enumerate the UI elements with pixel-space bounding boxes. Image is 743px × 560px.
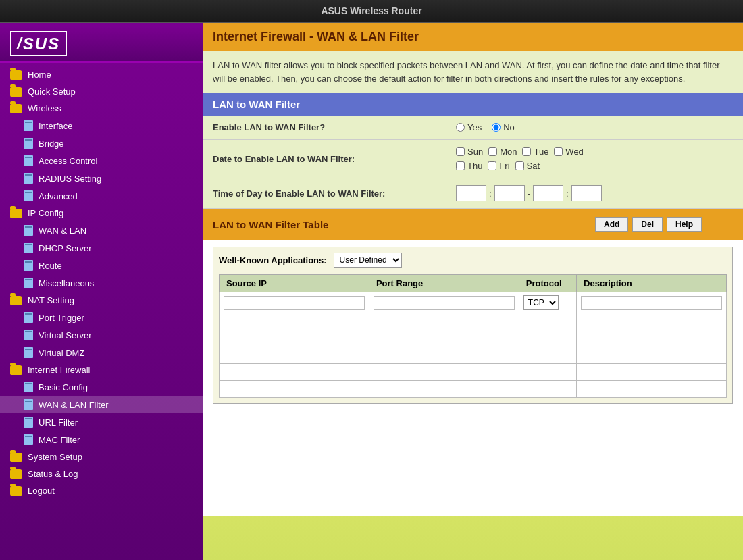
description-input[interactable] [581, 296, 722, 310]
col-description: Description [577, 275, 727, 292]
well-known-row: Well-Known Applications: User Defined HT… [219, 253, 727, 268]
doc-icon [24, 347, 33, 358]
lan-wan-filter-table: Enable LAN to WAN Filter? Yes No [203, 116, 743, 209]
port-range-input[interactable] [374, 296, 515, 310]
enable-filter-controls: Yes No [446, 116, 743, 140]
day-sun[interactable]: Sun [456, 147, 483, 157]
date-filter-controls: Sun Mon Tue Wed Thu Fri Sat [446, 140, 743, 178]
sidebar-item-radius-setting[interactable]: RADIUS Setting [0, 170, 203, 187]
sidebar-item-miscellaneous[interactable]: Miscellaneous [0, 274, 203, 292]
sidebar-item-label: RADIUS Setting [39, 174, 101, 184]
doc-icon [24, 382, 33, 392]
sidebar-item-bridge[interactable]: Bridge [0, 134, 203, 152]
lan-wan-section-title: LAN to WAN Filter [203, 93, 743, 116]
sidebar-item-port-trigger[interactable]: Port Trigger [0, 309, 203, 326]
sidebar-item-label: Internet Firewall [28, 365, 90, 375]
header-spacer [706, 214, 733, 234]
time-end-min[interactable] [571, 185, 602, 201]
folder-icon [10, 453, 22, 462]
top-bar-title: ASUS Wireless Router [321, 5, 421, 16]
sidebar: /SUSHomeQuick SetupWirelessInterfaceBrid… [0, 23, 203, 560]
source-ip-input[interactable] [224, 296, 365, 310]
page-description: LAN to WAN filter allows you to block sp… [203, 51, 743, 93]
doc-icon [24, 278, 33, 288]
well-known-select[interactable]: User Defined HTTP FTP SMTP POP3 [334, 253, 402, 268]
sidebar-item-virtual-dmz[interactable]: Virtual DMZ [0, 344, 203, 361]
doc-icon [24, 190, 33, 201]
sidebar-item-label: Route [39, 261, 62, 271]
time-start-min[interactable] [494, 185, 525, 201]
sidebar-item-mac-filter[interactable]: MAC Filter [0, 431, 203, 449]
sidebar-item-label: Access Control [39, 156, 97, 166]
time-start-hour[interactable] [456, 185, 486, 201]
folder-icon [10, 296, 22, 305]
folder-icon [10, 209, 22, 218]
sidebar-item-nat-setting[interactable]: NAT Setting [0, 292, 203, 309]
sidebar-item-label: Virtual Server [39, 330, 92, 340]
table-row [220, 364, 727, 381]
page-content: Internet Firewall - WAN & LAN Filter LAN… [203, 23, 743, 516]
sidebar-item-wan-lan-filter[interactable]: WAN & LAN Filter [0, 396, 203, 413]
sidebar-item-access-control[interactable]: Access Control [0, 152, 203, 170]
enable-filter-label: Enable LAN to WAN Filter? [203, 116, 446, 140]
top-bar: ASUS Wireless Router [0, 0, 743, 23]
doc-icon [24, 330, 33, 340]
sidebar-item-label: Interface [39, 121, 73, 131]
del-button[interactable]: Del [632, 217, 663, 232]
sidebar-item-basic-config[interactable]: Basic Config [0, 378, 203, 396]
sidebar-item-logout[interactable]: Logout [0, 482, 203, 499]
doc-icon [24, 155, 33, 166]
doc-icon [24, 312, 33, 323]
doc-icon [24, 173, 33, 184]
sidebar-item-label: System Setup [28, 452, 82, 462]
doc-icon [24, 243, 33, 253]
sidebar-item-label: WAN & LAN [39, 226, 86, 236]
enable-yes-radio[interactable] [456, 123, 465, 132]
time-filter-controls: : - : [446, 178, 743, 209]
sidebar-item-route[interactable]: Route [0, 257, 203, 274]
sidebar-item-quick-setup[interactable]: Quick Setup [0, 83, 203, 100]
table-row [220, 381, 727, 398]
sidebar-item-wireless[interactable]: Wireless [0, 100, 203, 117]
protocol-select[interactable]: TCP UDP Both [523, 295, 559, 310]
day-fri[interactable]: Fri [488, 161, 509, 171]
table-row [220, 313, 727, 330]
enable-yes-option[interactable]: Yes [456, 122, 482, 132]
sidebar-item-internet-firewall[interactable]: Internet Firewall [0, 361, 203, 378]
sidebar-item-label: Logout [28, 486, 55, 496]
sidebar-item-label: Advanced [39, 191, 78, 201]
sidebar-item-label: Status & Log [28, 469, 78, 479]
sidebar-item-dhcp-server[interactable]: DHCP Server [0, 239, 203, 257]
enable-no-radio[interactable] [492, 123, 501, 132]
sidebar-item-status-log[interactable]: Status & Log [0, 465, 203, 482]
doc-icon [24, 399, 33, 410]
doc-icon [24, 417, 33, 428]
day-wed[interactable]: Wed [554, 147, 584, 157]
sidebar-item-virtual-server[interactable]: Virtual Server [0, 326, 203, 344]
sidebar-item-url-filter[interactable]: URL Filter [0, 413, 203, 431]
well-known-label: Well-Known Applications: [219, 255, 327, 265]
time-end-hour[interactable] [533, 185, 563, 201]
sidebar-item-label: Bridge [39, 138, 64, 149]
day-tue[interactable]: Tue [522, 147, 548, 157]
folder-icon [10, 486, 22, 496]
folder-icon [10, 87, 22, 97]
day-thu[interactable]: Thu [456, 161, 482, 171]
logo-area: /SUS [0, 26, 203, 63]
time-filter-label: Time of Day to Enable LAN to WAN Filter: [203, 178, 446, 209]
help-button[interactable]: Help [667, 217, 702, 232]
sidebar-item-interface[interactable]: Interface [0, 117, 203, 134]
add-button[interactable]: Add [595, 217, 628, 232]
sidebar-item-label: IP Config [28, 208, 63, 218]
sidebar-item-wan-lan[interactable]: WAN & LAN [0, 222, 203, 239]
sidebar-item-ip-config[interactable]: IP Config [0, 205, 203, 222]
doc-icon [24, 434, 33, 445]
folder-icon [10, 104, 22, 113]
enable-no-option[interactable]: No [492, 122, 515, 132]
sidebar-item-label: MAC Filter [39, 435, 80, 445]
day-sat[interactable]: Sat [515, 161, 540, 171]
sidebar-item-home[interactable]: Home [0, 66, 203, 83]
sidebar-item-advanced[interactable]: Advanced [0, 187, 203, 205]
sidebar-item-system-setup[interactable]: System Setup [0, 449, 203, 465]
day-mon[interactable]: Mon [488, 147, 517, 157]
